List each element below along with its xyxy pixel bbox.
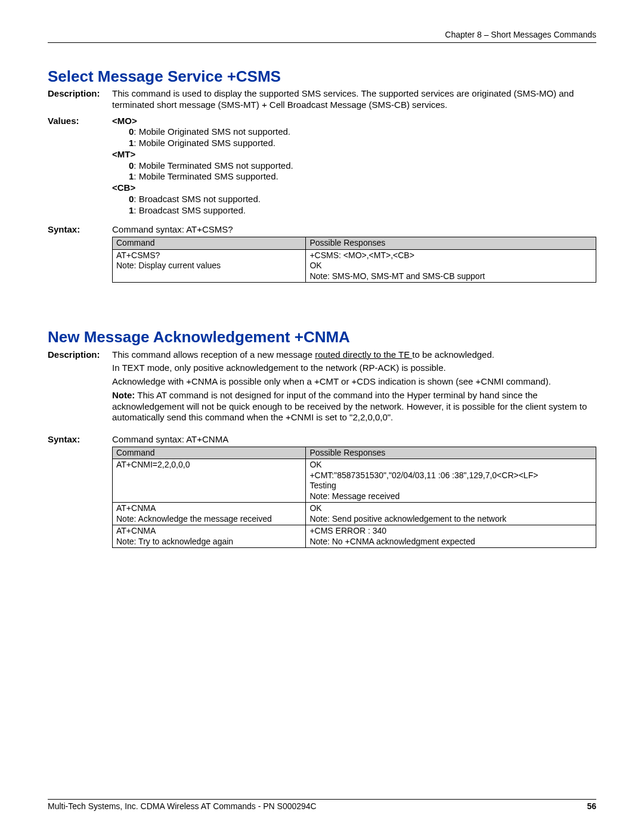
resp-line: OK	[309, 460, 592, 470]
page-footer: Multi-Tech Systems, Inc. CDMA Wireless A…	[48, 799, 596, 812]
td-command: AT+CSMS? Note: Display current values	[113, 249, 306, 283]
cnma-syntax-table: Command Possible Responses AT+CNMI=2,2,0…	[112, 447, 596, 549]
td-response: OK Note: Send positive acknowledgement t…	[306, 503, 596, 525]
resp-line: Testing	[309, 481, 592, 491]
mo-0-text: : Mobile Originated SMS not supported.	[134, 126, 290, 137]
resp-line: OK	[309, 261, 592, 271]
desc-p1b: to be acknowledged.	[412, 349, 494, 360]
mt-0: 0: Mobile Terminated SMS not supported.	[112, 160, 596, 172]
th-command: Command	[113, 237, 306, 250]
td-command: AT+CNMI=2,2,0,0,0	[113, 459, 306, 503]
cmd-line: AT+CNMA	[116, 503, 302, 514]
table-row: AT+CNMA Note: Try to acknowledge again +…	[113, 525, 596, 548]
description-label: Description:	[48, 88, 112, 111]
cb-1: 1: Broadcast SMS supported.	[112, 205, 596, 216]
section-gap	[48, 283, 596, 315]
cmd-line: AT+CNMA	[116, 526, 302, 537]
td-command: AT+CNMA Note: Acknowledge the message re…	[113, 503, 306, 525]
csms-description-row: Description: This command is used to dis…	[48, 88, 596, 111]
table-row: AT+CSMS? Note: Display current values +C…	[113, 249, 596, 283]
section-title-cnma: New Message Acknowledgement +CNMA	[48, 327, 596, 347]
resp-line: OK	[309, 503, 592, 514]
csms-values-content: <MO> 0: Mobile Originated SMS not suppor…	[112, 116, 596, 216]
resp-note: Note: Message received	[309, 491, 592, 502]
desc-note: Note: This AT command is not designed fo…	[112, 390, 596, 423]
cnma-description-row: Description: This command allows recepti…	[48, 349, 596, 426]
cb-header: <CB>	[112, 182, 596, 194]
cmd-note: Note: Display current values	[116, 261, 302, 271]
csms-syntax-text: Command syntax: AT+CSMS?	[112, 224, 596, 236]
table-row: AT+CNMI=2,2,0,0,0 OK +CMT:"8587351530","…	[113, 459, 596, 503]
csms-values-row: Values: <MO> 0: Mobile Originated SMS no…	[48, 116, 596, 216]
table-header-row: Command Possible Responses	[113, 237, 596, 250]
syntax-label: Syntax:	[48, 224, 112, 283]
resp-line: +CMS ERROR : 340	[309, 526, 592, 537]
note-label: Note:	[112, 390, 135, 400]
th-responses: Possible Responses	[306, 237, 596, 250]
cb-1-text: : Broadcast SMS supported.	[134, 205, 246, 215]
th-command: Command	[113, 447, 306, 459]
cb-0-text: : Broadcast SMS not supported.	[134, 194, 261, 204]
mt-1: 1: Mobile Terminated SMS supported.	[112, 171, 596, 182]
section-title-csms: Select Message Service +CSMS	[48, 67, 596, 86]
description-label: Description:	[48, 349, 112, 426]
cmd-line: AT+CSMS?	[116, 250, 302, 261]
th-responses: Possible Responses	[306, 447, 596, 459]
cmd-note: Note: Acknowledge the message received	[116, 514, 302, 525]
desc-p1a: This command allows reception of a new m…	[112, 349, 315, 360]
mt-0-text: : Mobile Terminated SMS not supported.	[134, 160, 293, 171]
mt-header: <MT>	[112, 149, 596, 160]
resp-note: Note: SMS-MO, SMS-MT and SMS-CB support	[309, 271, 592, 282]
cnma-syntax-row: Syntax: Command syntax: AT+CNMA Command …	[48, 434, 596, 548]
desc-p2: In TEXT mode, only positive acknowledgem…	[112, 363, 596, 374]
values-label: Values:	[48, 116, 112, 216]
resp-line: +CSMS: <MO>,<MT>,<CB>	[309, 250, 592, 261]
cnma-syntax-content: Command syntax: AT+CNMA Command Possible…	[112, 434, 596, 548]
cb-0: 0: Broadcast SMS not supported.	[112, 194, 596, 205]
table-header-row: Command Possible Responses	[113, 447, 596, 459]
desc-p3: Acknowledge with +CNMA is possible only …	[112, 376, 596, 388]
td-response: OK +CMT:"8587351530","02/04/03,11 :06 :3…	[306, 459, 596, 503]
td-response: +CMS ERROR : 340 Note: No +CNMA acknowle…	[306, 525, 596, 548]
mt-1-text: : Mobile Terminated SMS supported.	[134, 171, 278, 181]
resp-line: +CMT:"8587351530","02/04/03,11 :06 :38",…	[309, 470, 592, 481]
footer-text: Multi-Tech Systems, Inc. CDMA Wireless A…	[48, 801, 317, 812]
csms-syntax-content: Command syntax: AT+CSMS? Command Possibl…	[112, 224, 596, 283]
chapter-header: Chapter 8 – Short Messages Commands	[48, 30, 596, 43]
cnma-description-text: This command allows reception of a new m…	[112, 349, 596, 426]
resp-note: Note: Send positive acknowledgement to t…	[309, 514, 592, 525]
note-text: This AT command is not designed for inpu…	[112, 390, 587, 423]
cmd-note: Note: Try to acknowledge again	[116, 537, 302, 547]
desc-p1: This command allows reception of a new m…	[112, 349, 596, 361]
csms-description-text: This command is used to display the supp…	[112, 88, 596, 111]
page-number: 56	[587, 801, 596, 812]
td-command: AT+CNMA Note: Try to acknowledge again	[113, 525, 306, 548]
td-response: +CSMS: <MO>,<MT>,<CB> OK Note: SMS-MO, S…	[306, 249, 596, 283]
csms-syntax-table: Command Possible Responses AT+CSMS? Note…	[112, 237, 596, 283]
syntax-label: Syntax:	[48, 434, 112, 548]
csms-syntax-row: Syntax: Command syntax: AT+CSMS? Command…	[48, 224, 596, 283]
page: Chapter 8 – Short Messages Commands Sele…	[0, 0, 644, 833]
mo-1-text: : Mobile Originated SMS supported.	[134, 138, 275, 148]
table-row: AT+CNMA Note: Acknowledge the message re…	[113, 503, 596, 525]
cnma-syntax-text: Command syntax: AT+CNMA	[112, 434, 596, 445]
mo-1: 1: Mobile Originated SMS supported.	[112, 138, 596, 149]
desc-p1-underline: routed directly to the TE	[315, 349, 412, 360]
mo-0: 0: Mobile Originated SMS not supported.	[112, 126, 596, 138]
mo-header: <MO>	[112, 116, 596, 127]
resp-note: Note: No +CNMA acknowledgment expected	[309, 537, 592, 547]
